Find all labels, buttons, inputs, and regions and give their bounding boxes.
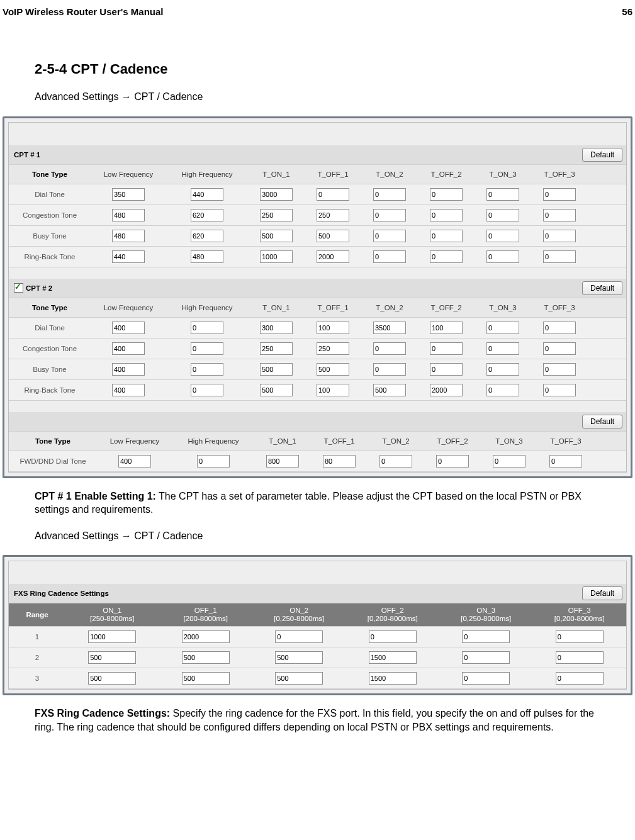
cpt1-cong-t5[interactable] <box>486 209 519 221</box>
cpt2-dial-t4[interactable] <box>430 322 463 334</box>
fxs3-on3[interactable] <box>462 672 510 685</box>
cpt1-cong-t3[interactable] <box>373 209 406 221</box>
cpt2-dial-t1[interactable] <box>260 322 293 334</box>
cpt1-busy-t5[interactable] <box>486 230 519 242</box>
cpt1-ring-lf[interactable] <box>112 250 145 263</box>
fwd-t6[interactable] <box>549 455 582 468</box>
cpt2-ring-t2[interactable] <box>317 384 349 396</box>
cpt1-busy-t4[interactable] <box>430 230 463 242</box>
cpt1-dial-t2[interactable] <box>317 188 349 201</box>
fxs1-off3[interactable] <box>556 630 604 643</box>
cpt2-ring-hf[interactable] <box>191 384 223 396</box>
cpt1-cong-t6[interactable] <box>543 209 576 221</box>
fxs3-off3[interactable] <box>556 672 604 685</box>
cpt1-ring-t3[interactable] <box>373 250 406 263</box>
cpt1-ring-t1[interactable] <box>260 250 293 263</box>
cpt2-dial-t6[interactable] <box>543 322 576 334</box>
cpt2-ring-t4[interactable] <box>430 384 463 396</box>
cpt1-dial-lf[interactable] <box>112 188 145 201</box>
fxs2-off1[interactable] <box>182 651 230 664</box>
cpt1-ring-t6[interactable] <box>543 250 576 263</box>
fwd-t5[interactable] <box>493 455 525 468</box>
fxs-default-button[interactable]: Default <box>582 586 622 600</box>
col-off1: OFF_1[200-8000ms] <box>159 605 253 624</box>
fxs1-on2[interactable] <box>275 630 323 643</box>
fwd-lf[interactable] <box>118 455 151 468</box>
cpt2-busy-t4[interactable] <box>430 363 463 376</box>
cpt2-busy-t1[interactable] <box>260 363 293 376</box>
cpt1-dial-t3[interactable] <box>373 188 406 201</box>
cpt1-busy-lf[interactable] <box>112 230 145 242</box>
cpt2-cong-lf[interactable] <box>112 342 145 355</box>
cpt1-busy-t3[interactable] <box>373 230 406 242</box>
cpt1-dial-t6[interactable] <box>543 188 576 201</box>
fxs1-off2[interactable] <box>369 630 417 643</box>
cpt2-dial-t3[interactable] <box>373 322 406 334</box>
cpt2-ring-t6[interactable] <box>543 384 576 396</box>
cpt1-ring-t5[interactable] <box>486 250 519 263</box>
fwd-t1[interactable] <box>266 455 299 468</box>
cpt1-default-button[interactable]: Default <box>582 148 622 162</box>
cpt2-default-button[interactable]: Default <box>582 281 622 295</box>
fwd-hf[interactable] <box>197 455 230 468</box>
fwd-t3[interactable] <box>379 455 412 468</box>
cpt1-busy-t6[interactable] <box>543 230 576 242</box>
fwd-default-button[interactable]: Default <box>582 415 622 428</box>
cpt1-ring-hf[interactable] <box>191 250 223 263</box>
cpt1-busy-hf[interactable] <box>191 230 223 242</box>
fxs3-on1[interactable] <box>88 672 136 685</box>
fwd-t2[interactable] <box>323 455 356 468</box>
fxs2-on1[interactable] <box>88 651 136 664</box>
fxs-row: 3 <box>9 668 626 689</box>
cpt2-cong-t6[interactable] <box>543 342 576 355</box>
cpt2-ring-lf[interactable] <box>112 384 145 396</box>
cpt1-ring-t2[interactable] <box>317 250 349 263</box>
cpt1-dial-hf[interactable] <box>191 188 223 201</box>
cpt2-cong-t3[interactable] <box>373 342 406 355</box>
cpt2-ring-t1[interactable] <box>260 384 293 396</box>
fxs3-off1[interactable] <box>182 672 230 685</box>
col-t-off-2: T_OFF_2 <box>418 304 475 311</box>
fxs3-on2[interactable] <box>275 672 323 685</box>
cpt1-dial-t4[interactable] <box>430 188 463 201</box>
fwd-t4[interactable] <box>436 455 469 468</box>
cpt2-cong-t5[interactable] <box>486 342 519 355</box>
cpt1-busy-t1[interactable] <box>260 230 293 242</box>
cpt2-cong-hf[interactable] <box>191 342 223 355</box>
cpt2-ring-t3[interactable] <box>373 384 406 396</box>
cpt1-cong-t2[interactable] <box>317 209 349 221</box>
fxs2-on2[interactable] <box>275 651 323 664</box>
cpt2-busy-hf[interactable] <box>191 363 223 376</box>
cpt2-dial-t5[interactable] <box>486 322 519 334</box>
col-t-off-2: T_OFF_2 <box>418 171 475 178</box>
cpt2-cong-t4[interactable] <box>430 342 463 355</box>
cpt1-busy-t2[interactable] <box>317 230 349 242</box>
fxs2-on3[interactable] <box>462 651 510 664</box>
fxs1-on3[interactable] <box>462 630 510 643</box>
cpt1-row: Ring-Back Tone <box>9 247 626 267</box>
cpt1-ring-t4[interactable] <box>430 250 463 263</box>
cpt2-dial-t2[interactable] <box>317 322 349 334</box>
fxs2-off2[interactable] <box>369 651 417 664</box>
cpt2-busy-t2[interactable] <box>317 363 349 376</box>
cpt2-busy-t5[interactable] <box>486 363 519 376</box>
cpt2-cong-t1[interactable] <box>260 342 293 355</box>
fxs3-off2[interactable] <box>369 672 417 685</box>
cpt2-dial-lf[interactable] <box>112 322 145 334</box>
cpt1-dial-t1[interactable] <box>260 188 293 201</box>
cpt2-enable-checkbox[interactable] <box>14 283 23 293</box>
cpt1-cong-lf[interactable] <box>112 209 145 221</box>
cpt2-ring-t5[interactable] <box>486 384 519 396</box>
fxs1-on1[interactable] <box>88 630 136 643</box>
cpt2-busy-lf[interactable] <box>112 363 145 376</box>
cpt2-busy-t6[interactable] <box>543 363 576 376</box>
cpt1-dial-t5[interactable] <box>486 188 519 201</box>
cpt1-cong-t1[interactable] <box>260 209 293 221</box>
fxs1-off1[interactable] <box>182 630 230 643</box>
fxs2-off3[interactable] <box>556 651 604 664</box>
cpt2-cong-t2[interactable] <box>317 342 349 355</box>
cpt2-busy-t3[interactable] <box>373 363 406 376</box>
cpt1-cong-t4[interactable] <box>430 209 463 221</box>
cpt2-dial-hf[interactable] <box>191 322 223 334</box>
cpt1-cong-hf[interactable] <box>191 209 223 221</box>
